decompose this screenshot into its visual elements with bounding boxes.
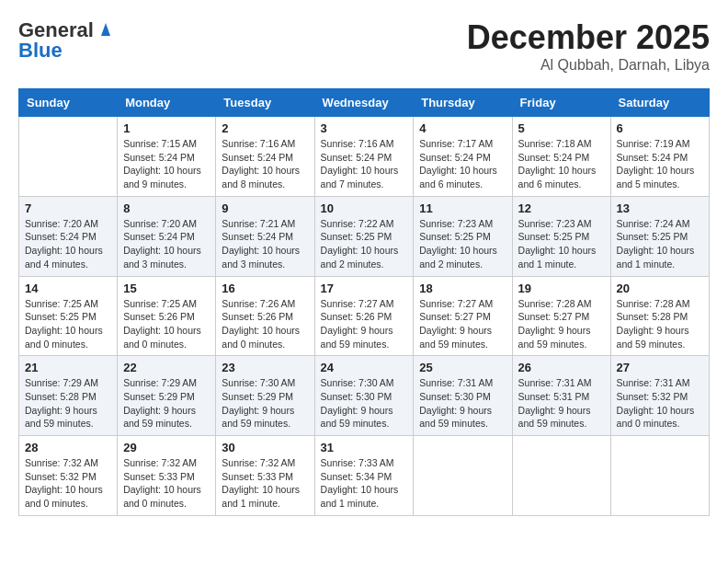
calendar-week-row: 21Sunrise: 7:29 AM Sunset: 5:28 PM Dayli… xyxy=(19,356,710,436)
calendar-week-row: 7Sunrise: 7:20 AM Sunset: 5:24 PM Daylig… xyxy=(19,196,710,276)
calendar-cell: 2Sunrise: 7:16 AM Sunset: 5:24 PM Daylig… xyxy=(216,117,314,197)
day-number: 30 xyxy=(222,441,308,454)
calendar-cell: 26Sunrise: 7:31 AM Sunset: 5:31 PM Dayli… xyxy=(512,356,610,436)
calendar-week-row: 28Sunrise: 7:32 AM Sunset: 5:32 PM Dayli… xyxy=(19,436,710,516)
calendar-cell: 18Sunrise: 7:27 AM Sunset: 5:27 PM Dayli… xyxy=(414,276,512,356)
day-info: Sunrise: 7:24 AM Sunset: 5:25 PM Dayligh… xyxy=(617,217,703,271)
day-number: 11 xyxy=(419,201,506,215)
calendar-cell: 20Sunrise: 7:28 AM Sunset: 5:28 PM Dayli… xyxy=(610,276,709,356)
day-number: 25 xyxy=(419,361,506,374)
calendar-cell: 22Sunrise: 7:29 AM Sunset: 5:29 PM Dayli… xyxy=(118,356,216,436)
weekday-header: Sunday xyxy=(19,89,118,117)
day-info: Sunrise: 7:28 AM Sunset: 5:28 PM Dayligh… xyxy=(617,297,703,351)
calendar-cell: 14Sunrise: 7:25 AM Sunset: 5:25 PM Dayli… xyxy=(19,276,118,356)
calendar-cell: 5Sunrise: 7:18 AM Sunset: 5:24 PM Daylig… xyxy=(512,117,610,197)
day-number: 7 xyxy=(25,201,111,215)
calendar-cell: 25Sunrise: 7:31 AM Sunset: 5:30 PM Dayli… xyxy=(414,356,512,436)
calendar-cell xyxy=(19,117,118,197)
day-number: 10 xyxy=(321,201,408,215)
logo-text-blue: Blue xyxy=(18,39,63,63)
day-info: Sunrise: 7:30 AM Sunset: 5:30 PM Dayligh… xyxy=(321,376,408,431)
day-number: 15 xyxy=(123,282,210,295)
day-info: Sunrise: 7:31 AM Sunset: 5:31 PM Dayligh… xyxy=(518,376,605,431)
calendar-cell: 3Sunrise: 7:16 AM Sunset: 5:24 PM Daylig… xyxy=(314,117,414,197)
calendar-cell: 30Sunrise: 7:32 AM Sunset: 5:33 PM Dayli… xyxy=(216,436,314,516)
day-info: Sunrise: 7:21 AM Sunset: 5:24 PM Dayligh… xyxy=(222,217,308,271)
day-info: Sunrise: 7:31 AM Sunset: 5:30 PM Dayligh… xyxy=(419,376,506,431)
calendar-cell: 31Sunrise: 7:33 AM Sunset: 5:34 PM Dayli… xyxy=(314,436,414,516)
calendar-cell xyxy=(512,436,610,516)
day-info: Sunrise: 7:18 AM Sunset: 5:24 PM Dayligh… xyxy=(518,137,605,191)
day-info: Sunrise: 7:33 AM Sunset: 5:34 PM Dayligh… xyxy=(321,456,408,511)
header: General Blue December 2025 Al Qubbah, Da… xyxy=(18,18,710,74)
weekday-header: Thursday xyxy=(414,89,512,117)
weekday-header: Friday xyxy=(512,89,610,117)
day-info: Sunrise: 7:27 AM Sunset: 5:27 PM Dayligh… xyxy=(419,297,506,351)
calendar-cell: 10Sunrise: 7:22 AM Sunset: 5:25 PM Dayli… xyxy=(314,196,414,276)
day-info: Sunrise: 7:25 AM Sunset: 5:26 PM Dayligh… xyxy=(123,297,210,351)
day-number: 17 xyxy=(321,282,408,295)
day-info: Sunrise: 7:16 AM Sunset: 5:24 PM Dayligh… xyxy=(222,137,308,191)
calendar-cell: 21Sunrise: 7:29 AM Sunset: 5:28 PM Dayli… xyxy=(19,356,118,436)
calendar: SundayMondayTuesdayWednesdayThursdayFrid… xyxy=(18,88,710,516)
day-number: 1 xyxy=(123,121,210,135)
day-number: 3 xyxy=(321,121,408,135)
calendar-cell: 29Sunrise: 7:32 AM Sunset: 5:33 PM Dayli… xyxy=(118,436,216,516)
day-number: 16 xyxy=(222,282,308,295)
day-info: Sunrise: 7:31 AM Sunset: 5:32 PM Dayligh… xyxy=(617,376,703,431)
calendar-cell: 16Sunrise: 7:26 AM Sunset: 5:26 PM Dayli… xyxy=(216,276,314,356)
day-number: 27 xyxy=(617,361,703,374)
calendar-cell: 4Sunrise: 7:17 AM Sunset: 5:24 PM Daylig… xyxy=(414,117,512,197)
calendar-cell: 7Sunrise: 7:20 AM Sunset: 5:24 PM Daylig… xyxy=(19,196,118,276)
day-info: Sunrise: 7:26 AM Sunset: 5:26 PM Dayligh… xyxy=(222,297,308,351)
day-number: 14 xyxy=(25,282,111,295)
day-info: Sunrise: 7:22 AM Sunset: 5:25 PM Dayligh… xyxy=(321,217,408,271)
day-info: Sunrise: 7:28 AM Sunset: 5:27 PM Dayligh… xyxy=(518,297,605,351)
calendar-cell: 12Sunrise: 7:23 AM Sunset: 5:25 PM Dayli… xyxy=(512,196,610,276)
day-info: Sunrise: 7:29 AM Sunset: 5:28 PM Dayligh… xyxy=(25,376,111,431)
day-number: 24 xyxy=(321,361,408,374)
day-number: 9 xyxy=(222,201,308,215)
logo: General Blue xyxy=(18,18,116,63)
day-info: Sunrise: 7:23 AM Sunset: 5:25 PM Dayligh… xyxy=(518,217,605,271)
day-info: Sunrise: 7:32 AM Sunset: 5:33 PM Dayligh… xyxy=(123,456,210,511)
day-number: 12 xyxy=(518,201,605,215)
calendar-cell xyxy=(610,436,709,516)
calendar-cell: 6Sunrise: 7:19 AM Sunset: 5:24 PM Daylig… xyxy=(610,117,709,197)
logo-icon xyxy=(96,19,116,40)
day-info: Sunrise: 7:20 AM Sunset: 5:24 PM Dayligh… xyxy=(123,217,210,271)
day-number: 18 xyxy=(419,282,506,295)
day-info: Sunrise: 7:27 AM Sunset: 5:26 PM Dayligh… xyxy=(321,297,408,351)
calendar-cell: 9Sunrise: 7:21 AM Sunset: 5:24 PM Daylig… xyxy=(216,196,314,276)
day-number: 19 xyxy=(518,282,605,295)
calendar-week-row: 1Sunrise: 7:15 AM Sunset: 5:24 PM Daylig… xyxy=(19,117,710,197)
calendar-cell: 13Sunrise: 7:24 AM Sunset: 5:25 PM Dayli… xyxy=(610,196,709,276)
calendar-cell: 8Sunrise: 7:20 AM Sunset: 5:24 PM Daylig… xyxy=(118,196,216,276)
month-title: December 2025 xyxy=(467,18,710,57)
day-info: Sunrise: 7:29 AM Sunset: 5:29 PM Dayligh… xyxy=(123,376,210,431)
day-info: Sunrise: 7:30 AM Sunset: 5:29 PM Dayligh… xyxy=(222,376,308,431)
day-number: 5 xyxy=(518,121,605,135)
day-number: 29 xyxy=(123,441,210,454)
day-number: 8 xyxy=(123,201,210,215)
day-number: 2 xyxy=(222,121,308,135)
calendar-week-row: 14Sunrise: 7:25 AM Sunset: 5:25 PM Dayli… xyxy=(19,276,710,356)
weekday-header: Monday xyxy=(118,89,216,117)
title-area: December 2025 Al Qubbah, Darnah, Libya xyxy=(467,18,710,74)
day-info: Sunrise: 7:19 AM Sunset: 5:24 PM Dayligh… xyxy=(617,137,703,191)
day-info: Sunrise: 7:20 AM Sunset: 5:24 PM Dayligh… xyxy=(25,217,111,271)
calendar-cell: 28Sunrise: 7:32 AM Sunset: 5:32 PM Dayli… xyxy=(19,436,118,516)
day-info: Sunrise: 7:17 AM Sunset: 5:24 PM Dayligh… xyxy=(419,137,506,191)
weekday-header: Tuesday xyxy=(216,89,314,117)
calendar-cell: 27Sunrise: 7:31 AM Sunset: 5:32 PM Dayli… xyxy=(610,356,709,436)
weekday-header: Saturday xyxy=(610,89,709,117)
day-info: Sunrise: 7:16 AM Sunset: 5:24 PM Dayligh… xyxy=(321,137,408,191)
day-number: 31 xyxy=(321,441,408,454)
calendar-cell: 19Sunrise: 7:28 AM Sunset: 5:27 PM Dayli… xyxy=(512,276,610,356)
day-info: Sunrise: 7:25 AM Sunset: 5:25 PM Dayligh… xyxy=(25,297,111,351)
day-info: Sunrise: 7:32 AM Sunset: 5:32 PM Dayligh… xyxy=(25,456,111,511)
day-number: 23 xyxy=(222,361,308,374)
day-info: Sunrise: 7:23 AM Sunset: 5:25 PM Dayligh… xyxy=(419,217,506,271)
day-number: 20 xyxy=(617,282,703,295)
day-number: 4 xyxy=(419,121,506,135)
